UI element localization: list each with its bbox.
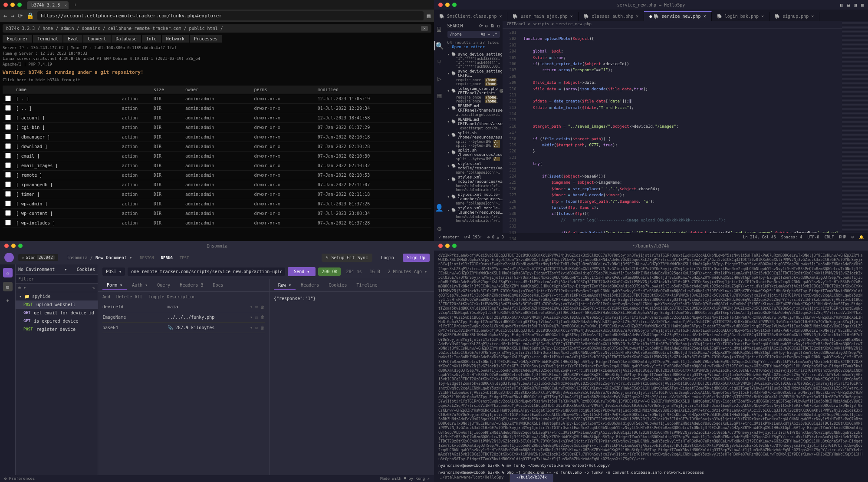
signup-button[interactable]: Sign Up bbox=[403, 254, 430, 262]
action-link[interactable]: action bbox=[108, 113, 151, 123]
file-row[interactable]: [ cgi-bin ] action DIR admin:admin drwxr… bbox=[3, 123, 431, 132]
menu-item-info[interactable]: Info bbox=[142, 35, 161, 43]
menu-item-database[interactable]: Database bbox=[112, 35, 141, 43]
search-result-file[interactable]: ▾🐘README.md CRTPanel/theme/assets21 bbox=[447, 117, 500, 126]
search-result-match[interactable]: require_once '/home/admin/domains/virsi… bbox=[447, 99, 500, 103]
action-link[interactable]: action bbox=[108, 104, 151, 113]
editor-tab[interactable]: 🐘 classes_auth.php × bbox=[579, 12, 644, 21]
search-result-file[interactable]: ▾🐘telegram_cron.php CRTPanel/scripts2 bbox=[447, 86, 500, 96]
action-link[interactable]: action bbox=[108, 94, 151, 104]
action-link[interactable]: action bbox=[108, 218, 151, 228]
param-value[interactable]: maia bbox=[168, 304, 246, 309]
add-icon[interactable]: + bbox=[3, 296, 13, 305]
checkbox-icon[interactable]: ☑ bbox=[255, 304, 258, 309]
search-result-match[interactable]: name="collapseIcon">?attr/homeAsUpIndic… bbox=[447, 171, 500, 175]
row-checkbox[interactable] bbox=[5, 220, 11, 225]
action-link[interactable]: action bbox=[108, 161, 151, 171]
dropdown-icon[interactable]: ▾ bbox=[250, 304, 253, 309]
breadcrumb-close-icon[interactable]: × bbox=[421, 26, 428, 31]
file-name[interactable]: [ timer ] bbox=[13, 190, 108, 199]
search-result-match[interactable]: "1":"***"fuck444444","k","/home/admin/d… bbox=[447, 61, 500, 65]
minimize-window-icon[interactable] bbox=[10, 3, 15, 7]
search-result-match[interactable]: homeAsUpIndicator">?android:attr/home… bbox=[447, 219, 500, 223]
clear-icon[interactable]: ⊘ bbox=[485, 23, 488, 28]
search-result-file[interactable]: ▾🐘split.sh /home/resources/assets2 bbox=[447, 130, 500, 140]
source-control-icon[interactable]: ⑂ bbox=[434, 57, 444, 67]
refresh-icon[interactable]: ⟳ bbox=[479, 23, 483, 28]
search-result-match[interactable]: homeAsUpIndicator">?android:attr/home… bbox=[447, 215, 500, 219]
encoding-indicator[interactable]: UTF-8 bbox=[808, 235, 819, 239]
row-checkbox[interactable] bbox=[5, 201, 11, 206]
action-link[interactable]: action bbox=[108, 199, 151, 209]
terminal-tab[interactable]: …/stalkerware/loot/HelloSpy bbox=[434, 474, 510, 482]
request-tab[interactable]: Query bbox=[153, 281, 174, 290]
account-icon[interactable]: 👤 bbox=[434, 203, 444, 212]
forward-button[interactable]: → bbox=[10, 12, 14, 19]
insomnia-logo-icon[interactable] bbox=[4, 253, 14, 262]
search-result-file[interactable]: ▾🐘sync_device_settings.php CRTPa…2 bbox=[447, 69, 500, 78]
close-window-icon[interactable] bbox=[4, 244, 9, 248]
file-row[interactable]: [ remote ] action DIR admin:admin drwxr-… bbox=[3, 171, 431, 180]
row-checkbox[interactable] bbox=[5, 182, 11, 187]
breadcrumb-bar[interactable]: CRTPanel > scripts > service_new.php bbox=[503, 21, 868, 29]
code-content[interactable]: function uploadPhoto($object){ global $s… bbox=[520, 21, 842, 233]
row-checkbox[interactable] bbox=[5, 134, 11, 139]
minimize-window-icon[interactable] bbox=[445, 244, 450, 248]
search-result-match[interactable]: split --bytes=1MB /home/wouter/applicat… bbox=[447, 157, 500, 161]
row-checkbox[interactable] bbox=[5, 172, 11, 178]
file-name[interactable]: [ wp-content ] bbox=[13, 209, 108, 218]
request-tab[interactable]: Docs bbox=[209, 281, 228, 290]
feedback-icon[interactable]: ☺ bbox=[852, 235, 854, 239]
mode-debug[interactable]: DEBUG bbox=[158, 256, 176, 260]
file-name[interactable]: [ wp-admin ] bbox=[13, 199, 108, 209]
action-link[interactable]: action bbox=[108, 123, 151, 132]
kong-credit[interactable]: Made with ♥ by Kong ↗ bbox=[380, 476, 430, 481]
search-result-match[interactable]: ..exacttarget.com/devcenter/home/; http:… bbox=[447, 126, 500, 130]
search-result-file[interactable]: ▾🐘styles.xml mobile/resources/values2 bbox=[447, 175, 500, 184]
form-tool-delete-all[interactable]: Delete All bbox=[116, 294, 142, 299]
eol-indicator[interactable]: CRLF bbox=[825, 235, 834, 239]
close-tab-icon[interactable]: × bbox=[64, 3, 67, 8]
editor-tab[interactable]: 🐘 user_main_ajax.php × bbox=[507, 12, 578, 21]
method-dropdown[interactable]: POST ▾ bbox=[102, 267, 125, 276]
menu-item-convert[interactable]: Convert bbox=[83, 35, 110, 43]
request-item[interactable]: POSTupload webshell bbox=[16, 300, 98, 309]
request-tab[interactable]: Form ▾ bbox=[102, 281, 127, 290]
search-options-icons[interactable]: Aa ⌁ .* bbox=[481, 32, 497, 36]
action-link[interactable]: action bbox=[108, 142, 151, 152]
github-star-button[interactable]: ☆Star 26,042 bbox=[18, 254, 58, 261]
file-name[interactable]: [ .. ] bbox=[13, 104, 108, 113]
dropdown-icon[interactable]: ▾ bbox=[250, 315, 253, 320]
file-name[interactable]: [ email ] bbox=[13, 152, 108, 161]
menu-item-explorer[interactable]: Explorer bbox=[3, 35, 32, 43]
response-tab[interactable]: Cookies bbox=[324, 281, 351, 290]
search-icon[interactable]: 🔍 bbox=[434, 41, 444, 50]
maximize-window-icon[interactable] bbox=[452, 244, 457, 248]
minimize-window-icon[interactable] bbox=[445, 3, 450, 7]
preferences-link[interactable]: ⚙ Preferences bbox=[4, 476, 35, 481]
param-key[interactable]: base64 bbox=[102, 325, 163, 330]
folder-row[interactable]: ▾ 📁 spyhide bbox=[16, 292, 98, 300]
send-button[interactable]: Send ▾ bbox=[288, 267, 316, 276]
column-header[interactable]: modified bbox=[315, 86, 431, 94]
search-result-match[interactable]: homeAsUpIndicator">?android:attr/home… bbox=[447, 184, 500, 188]
search-result-match[interactable]: split --bytes=1MB /home/wouter/applicat… bbox=[447, 144, 500, 148]
open-in-editor-link[interactable]: Open in editor bbox=[452, 45, 485, 49]
file-row[interactable]: [ email_images ] action DIR admin:admin … bbox=[3, 161, 431, 171]
dropdown-icon[interactable]: ▾ bbox=[250, 325, 253, 330]
file-row[interactable]: [ rpmanagedb ] action DIR admin:admin dr… bbox=[3, 180, 431, 190]
search-result-match[interactable]: require_once '/home/admin/domains/virals… bbox=[447, 82, 500, 86]
layout-right-icon[interactable]: ◨ bbox=[854, 3, 857, 7]
action-link[interactable]: action bbox=[108, 180, 151, 190]
response-body[interactable]: {"response":"1"} bbox=[270, 292, 434, 475]
param-key[interactable]: ImageName bbox=[102, 315, 163, 320]
row-checkbox[interactable] bbox=[5, 124, 11, 130]
search-result-file[interactable]: ▾🐘styles.xml mobile/resources/values1 bbox=[447, 161, 500, 171]
minimap[interactable] bbox=[842, 21, 868, 233]
search-result-file[interactable]: ▾🐘README.md CRTPanel/theme/assets1 bbox=[447, 103, 500, 113]
maximize-window-icon[interactable] bbox=[18, 244, 23, 248]
action-link[interactable]: action bbox=[108, 190, 151, 199]
row-checkbox[interactable] bbox=[5, 162, 11, 168]
run-debug-icon[interactable]: ▷ bbox=[434, 74, 444, 83]
url-input[interactable] bbox=[37, 11, 424, 20]
